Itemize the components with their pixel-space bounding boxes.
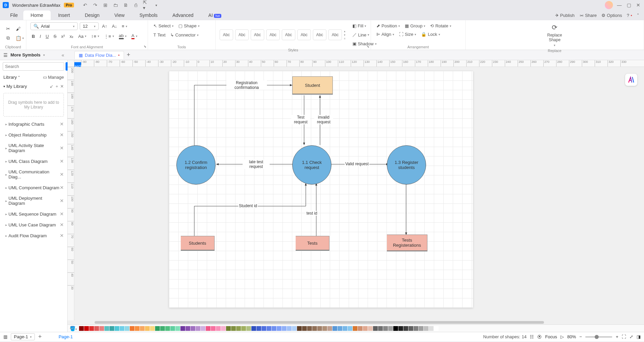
library-item[interactable]: ▸UML Sequence Diagram✕ xyxy=(0,209,67,219)
color-swatch[interactable] xyxy=(125,326,129,331)
color-swatch[interactable] xyxy=(317,326,322,331)
color-swatch[interactable] xyxy=(135,326,140,331)
color-swatch[interactable] xyxy=(348,326,352,331)
group-button[interactable]: ▦Group▾ xyxy=(403,22,427,29)
color-swatch[interactable] xyxy=(89,326,94,331)
share-button[interactable]: ⫘Share xyxy=(579,13,597,18)
process-1-1[interactable]: 1.1 Check request xyxy=(292,145,331,185)
font-size-select[interactable]: 12▾ xyxy=(80,22,99,30)
color-swatch[interactable] xyxy=(424,326,428,331)
color-swatch[interactable] xyxy=(434,326,439,331)
undo-icon[interactable]: ↶ xyxy=(82,2,88,8)
open-icon[interactable]: 🗀 xyxy=(113,2,119,8)
zoom-in-button[interactable]: + xyxy=(616,334,618,339)
color-swatch[interactable] xyxy=(201,326,205,331)
publish-button[interactable]: ✈Publish xyxy=(555,13,575,18)
color-swatch[interactable] xyxy=(272,326,276,331)
color-swatch[interactable] xyxy=(226,326,231,331)
color-swatch[interactable] xyxy=(388,326,393,331)
library-collapse-icon[interactable]: ⌃ xyxy=(18,75,20,79)
color-swatch[interactable] xyxy=(393,326,398,331)
ai-badge[interactable] xyxy=(625,74,637,86)
color-swatch[interactable] xyxy=(363,326,368,331)
close-icon[interactable]: ✕ xyxy=(60,185,64,190)
replace-shape-button[interactable]: ⟳ Replace Shape▾ xyxy=(546,22,563,48)
style-preset[interactable]: Abc xyxy=(266,29,280,40)
page-tab[interactable]: Page-1 xyxy=(58,334,73,339)
cut-button[interactable]: ✂ xyxy=(4,25,12,32)
color-swatch[interactable] xyxy=(150,326,155,331)
color-swatch[interactable] xyxy=(277,326,281,331)
close-icon[interactable]: ✕ xyxy=(60,145,64,151)
color-swatch[interactable] xyxy=(408,326,413,331)
panel-toggle-icon[interactable]: ◨ xyxy=(637,334,641,339)
font-family-select[interactable]: 🔍Arial▾ xyxy=(30,22,78,30)
fullscreen-icon[interactable]: ⤢ xyxy=(629,334,633,339)
color-swatch[interactable] xyxy=(398,326,403,331)
color-swatch[interactable] xyxy=(292,326,297,331)
color-swatch[interactable] xyxy=(383,326,388,331)
symbol-search-input[interactable] xyxy=(3,62,64,71)
menu-home[interactable]: Home xyxy=(23,10,51,20)
superscript-button[interactable]: x² xyxy=(60,33,66,40)
color-swatch[interactable] xyxy=(165,326,170,331)
import-icon[interactable]: ↙ xyxy=(50,84,53,89)
process-1-3[interactable]: 1.3 Register students xyxy=(387,145,426,185)
color-swatch[interactable] xyxy=(170,326,175,331)
color-swatch[interactable] xyxy=(429,326,434,331)
bold-button[interactable]: B xyxy=(30,33,36,40)
library-item[interactable]: ▸UML Activity State Diagram✕ xyxy=(0,140,67,156)
color-swatch[interactable] xyxy=(403,326,408,331)
style-preset[interactable]: Abc xyxy=(220,29,233,40)
color-swatch[interactable] xyxy=(368,326,373,331)
style-scroll[interactable]: ▴▾≡ xyxy=(344,30,346,40)
menu-ai[interactable]: AIhot xyxy=(201,10,229,20)
color-swatch[interactable] xyxy=(191,326,195,331)
chevron-down-icon[interactable]: ▾ xyxy=(3,84,5,88)
close-icon[interactable]: ✕ xyxy=(60,158,64,164)
color-swatch[interactable] xyxy=(145,326,150,331)
color-swatch[interactable] xyxy=(180,326,185,331)
canvas[interactable]: Student 1.2 Confirm registration 1.1 Che… xyxy=(74,67,644,320)
maximize-icon[interactable]: ▢ xyxy=(626,2,632,8)
library-item[interactable]: ▸UML Class Diagram✕ xyxy=(0,156,67,167)
entity-student[interactable]: Student xyxy=(292,76,333,95)
copy-button[interactable]: ⧉ xyxy=(4,34,12,42)
color-swatch[interactable] xyxy=(236,326,241,331)
menu-symbols[interactable]: Symbols xyxy=(132,10,165,20)
bullet-button[interactable]: ⋮≡▾ xyxy=(103,33,116,40)
color-swatch[interactable] xyxy=(414,326,418,331)
manage-library-button[interactable]: ▭Manage xyxy=(43,75,64,80)
color-swatch[interactable] xyxy=(287,326,292,331)
font-dialog-launcher[interactable]: ⬊ xyxy=(144,45,146,48)
focus-label[interactable]: Focus xyxy=(545,334,557,339)
paste-button[interactable]: 📋▾ xyxy=(14,34,25,42)
presentation-icon[interactable]: ▷ xyxy=(561,334,564,339)
close-icon[interactable]: ✕ xyxy=(60,233,64,238)
color-swatch[interactable] xyxy=(185,326,190,331)
menu-design[interactable]: Design xyxy=(77,10,107,20)
color-swatch[interactable] xyxy=(79,326,84,331)
menu-view[interactable]: View xyxy=(107,10,132,20)
color-swatch[interactable] xyxy=(373,326,378,331)
export-icon[interactable]: ⇱ ▾ xyxy=(143,2,149,8)
format-painter-button[interactable]: 🖌 xyxy=(14,25,22,32)
case-button[interactable]: Aa▾ xyxy=(77,33,88,40)
increase-font-button[interactable]: A↑ xyxy=(101,23,108,30)
menu-insert[interactable]: Insert xyxy=(51,10,77,20)
close-icon[interactable]: ✕ xyxy=(60,198,64,203)
color-swatch[interactable] xyxy=(256,326,261,331)
color-swatch[interactable] xyxy=(231,326,236,331)
shape-tool[interactable]: ▢Shape▾ xyxy=(177,22,201,29)
color-swatch[interactable] xyxy=(130,326,134,331)
chevron-down-icon[interactable]: ▾ xyxy=(43,53,45,57)
close-icon[interactable]: ✕ xyxy=(60,132,64,138)
color-swatch[interactable] xyxy=(104,326,109,331)
color-swatch[interactable] xyxy=(140,326,145,331)
canvas-page[interactable]: Student 1.2 Confirm registration 1.1 Che… xyxy=(169,71,473,308)
color-swatch[interactable] xyxy=(84,326,89,331)
strikethrough-button[interactable]: S xyxy=(52,33,58,40)
zoom-out-button[interactable]: − xyxy=(579,334,582,339)
library-item[interactable]: ▸UML Deployment Diagram✕ xyxy=(0,193,67,209)
color-swatch[interactable] xyxy=(307,326,312,331)
